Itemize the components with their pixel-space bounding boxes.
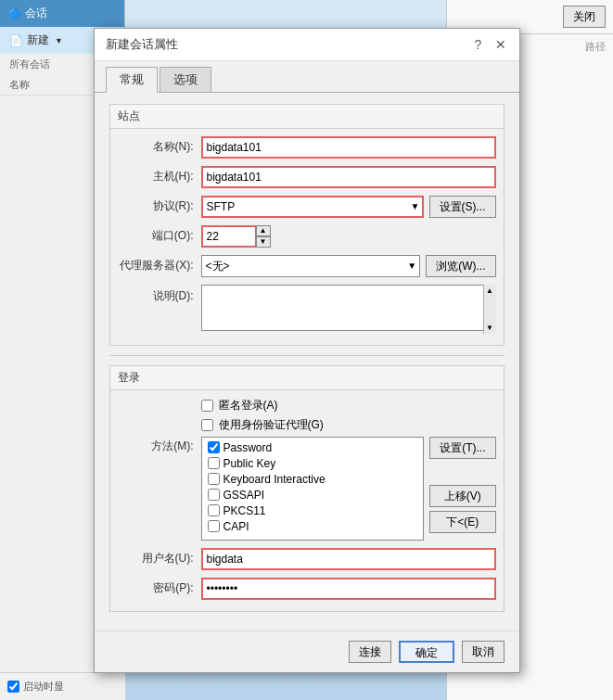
connect-button[interactable]: 连接	[349, 641, 391, 663]
publickey-label: Public Key	[223, 457, 276, 470]
note-textarea[interactable]	[201, 285, 496, 331]
identity-row: 使用身份验证代理(G)	[118, 417, 496, 433]
password-checkbox[interactable]	[208, 441, 220, 453]
port-label: 端口(O):	[118, 228, 201, 244]
dialog-title: 新建会话属性	[106, 36, 178, 53]
gssapi-label: GSSAPI	[223, 489, 265, 502]
identity-label: 使用身份验证代理(G)	[219, 417, 324, 433]
move-down-button[interactable]: 下<(E)	[429, 511, 495, 533]
method-keyboard: Keyboard Interactive	[208, 473, 418, 486]
tab-options[interactable]: 选项	[160, 67, 211, 92]
pkcs11-label: PKCS11	[223, 504, 266, 517]
capi-label: CAPI	[223, 520, 249, 533]
method-area: 方法(M): Password Public Key	[118, 437, 496, 541]
tab-general[interactable]: 常规	[106, 67, 158, 93]
dialog-footer: 连接 确定 取消	[95, 630, 519, 672]
dialog-body: 站点 名称(N): 主机(H): 协	[95, 93, 519, 623]
cancel-button[interactable]: 取消	[462, 641, 504, 663]
protocol-label: 协议(R):	[118, 198, 201, 214]
move-up-button[interactable]: 上移(V)	[429, 485, 495, 507]
dialog-window: 新建会话属性 ? ✕ 常规 选项 站点 名称(N):	[94, 28, 520, 673]
login-section: 登录 匿名登录(A) 使用身份验证代理(G) 方法(M):	[109, 355, 504, 612]
note-scroll-down[interactable]: ▼	[486, 324, 493, 332]
password-label: 密码(P):	[118, 580, 201, 596]
anon-label: 匿名登录(A)	[219, 398, 278, 414]
tab-bar: 常规 选项	[95, 61, 519, 93]
site-section-label: 站点	[109, 104, 504, 129]
dialog-titlebar: 新建会话属性 ? ✕	[95, 29, 519, 61]
anon-checkbox[interactable]	[201, 400, 213, 412]
host-input[interactable]	[201, 166, 496, 188]
publickey-checkbox[interactable]	[208, 457, 220, 469]
method-side-buttons: 设置(T)... 上移(V) 下<(E)	[429, 437, 495, 533]
password-label: Password	[223, 441, 273, 454]
anon-row: 匿名登录(A)	[118, 398, 496, 414]
protocol-select[interactable]: SFTP FTP SCP FTPS	[201, 196, 424, 218]
password-row: 密码(P):	[118, 578, 496, 600]
identity-checkbox[interactable]	[201, 419, 213, 431]
method-pkcs11: PKCS11	[208, 504, 418, 517]
method-publickey: Public Key	[208, 457, 418, 470]
note-row: 说明(D): ▲ ▼	[118, 285, 496, 334]
port-input[interactable]	[201, 225, 257, 248]
keyboard-label: Keyboard Interactive	[223, 473, 326, 486]
ok-button[interactable]: 确定	[399, 641, 454, 663]
close-button[interactable]: ✕	[493, 37, 508, 52]
username-label: 用户名(U):	[118, 551, 201, 566]
name-row: 名称(N):	[118, 136, 496, 159]
note-scroll-up[interactable]: ▲	[486, 286, 493, 295]
username-input[interactable]	[201, 548, 496, 570]
pkcs11-checkbox[interactable]	[208, 504, 220, 516]
help-button[interactable]: ?	[471, 37, 486, 52]
name-input[interactable]	[201, 136, 496, 159]
protocol-settings-button[interactable]: 设置(S)...	[429, 196, 496, 218]
host-label: 主机(H):	[118, 169, 201, 185]
method-label: 方法(M):	[118, 437, 201, 454]
note-label: 说明(D):	[118, 285, 201, 304]
proxy-label: 代理服务器(X):	[118, 258, 201, 274]
port-row: 端口(O): ▲ ▼	[118, 225, 496, 248]
proxy-row: 代理服务器(X): <无> ▼ 浏览(W)...	[118, 255, 496, 277]
gssapi-checkbox[interactable]	[208, 489, 220, 501]
dialog-overlay: 新建会话属性 ? ✕ 常规 选项 站点 名称(N):	[0, 0, 613, 700]
method-gssapi: GSSAPI	[208, 489, 418, 502]
method-settings-button[interactable]: 设置(T)...	[429, 437, 495, 459]
protocol-row: 协议(R): SFTP FTP SCP FTPS ▼	[118, 196, 496, 218]
capi-checkbox[interactable]	[208, 520, 220, 532]
password-input[interactable]	[201, 578, 496, 600]
method-capi: CAPI	[208, 520, 418, 533]
name-label: 名称(N):	[118, 139, 201, 155]
method-password: Password	[208, 441, 418, 454]
method-list: Password Public Key Keyboard Interactive	[201, 437, 425, 541]
port-up-btn[interactable]: ▲	[256, 225, 271, 236]
username-row: 用户名(U):	[118, 548, 496, 570]
keyboard-checkbox[interactable]	[208, 473, 220, 485]
port-down-btn[interactable]: ▼	[256, 236, 271, 248]
login-section-label: 登录	[109, 365, 504, 390]
host-row: 主机(H):	[118, 166, 496, 188]
proxy-select[interactable]: <无>	[201, 255, 421, 277]
port-spinbox[interactable]: ▲ ▼	[256, 225, 271, 248]
proxy-browse-button[interactable]: 浏览(W)...	[426, 255, 495, 277]
